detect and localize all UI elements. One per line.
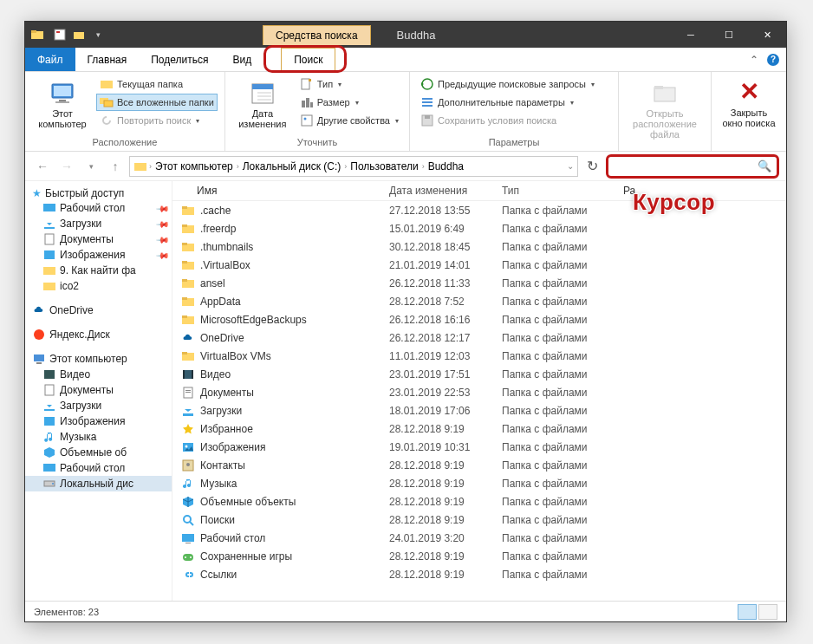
search-input[interactable] (614, 160, 758, 172)
qat-properties[interactable] (51, 26, 68, 43)
col-date-header[interactable]: Дата изменения (389, 185, 502, 197)
svg-rect-2 (55, 29, 65, 40)
svg-rect-42 (45, 385, 54, 395)
file-row[interactable]: Рабочий стол24.01.2019 3:20Папка с файла… (172, 529, 786, 547)
breadcrumb[interactable]: › Этот компьютер› Локальный диск (C:)› П… (129, 156, 578, 177)
tree-item-9[interactable]: 9. Как найти фа (25, 263, 172, 278)
thispc-head[interactable]: Этот компьютер (25, 351, 172, 367)
view-large-button[interactable] (758, 604, 777, 620)
view-details-button[interactable] (738, 604, 757, 620)
group-location-title: Расположение (32, 135, 218, 149)
search-again-button[interactable]: Повторить поиск▾ (96, 112, 218, 129)
recent-button[interactable]: ▾ (81, 156, 101, 177)
tab-view[interactable]: Вид (220, 48, 263, 71)
tree-desk2[interactable]: Рабочий стол (25, 460, 172, 476)
file-row[interactable]: Избранное28.12.2018 9:19Папка с файлами (172, 420, 786, 438)
crumb-1[interactable]: Локальный диск (C:) (241, 160, 343, 172)
tab-search[interactable]: Поиск (281, 48, 335, 72)
tree-3d[interactable]: Объемные об (25, 445, 172, 460)
file-row[interactable]: Объемные объекты28.12.2018 9:19Папка с ф… (172, 492, 786, 511)
yandex-head[interactable]: Яндекс.Диск (25, 327, 172, 342)
file-row[interactable]: Изображения19.01.2019 10:31Папка с файла… (172, 438, 786, 456)
type-button[interactable]: Тип▾ (296, 75, 402, 93)
tree-video[interactable]: Видео (25, 367, 172, 382)
file-date: 26.12.2018 11:33 (389, 277, 502, 289)
file-row[interactable]: Сохраненные игры28.12.2018 9:19Папка с ф… (172, 547, 786, 565)
onedrive-head[interactable]: OneDrive (25, 302, 172, 318)
help-icon[interactable]: ? (767, 54, 779, 66)
file-row[interactable]: .VirtualBox21.01.2019 14:01Папка с файла… (172, 256, 786, 274)
tree-localdisk[interactable]: Локальный дис (25, 476, 172, 491)
crumb-0[interactable]: Этот компьютер (153, 160, 235, 172)
tree-item-ico2[interactable]: ico2 (25, 278, 172, 294)
col-name-header[interactable]: Имя (172, 185, 389, 197)
tree-desktop[interactable]: Рабочий стол📌 (25, 200, 172, 216)
downloads-icon (181, 404, 195, 418)
tab-home[interactable]: Главная (75, 48, 140, 71)
tree-docs2[interactable]: Документы (25, 382, 172, 398)
minimize-button[interactable]: ─ (672, 22, 710, 48)
prev-searches-button[interactable]: Предыдущие поисковые запросы▾ (417, 75, 598, 93)
file-date: 24.01.2019 3:20 (389, 532, 502, 544)
qat-dropdown[interactable]: ▾ (89, 26, 107, 43)
crumb-2[interactable]: Пользователи (348, 160, 420, 172)
current-folder-button[interactable]: Текущая папка (96, 75, 218, 93)
tab-file[interactable]: Файл (25, 48, 75, 71)
file-row[interactable]: Документы23.01.2019 22:53Папка с файлами (172, 383, 786, 401)
close-search-button[interactable]: ✕ Закрыть окно поиска (719, 75, 779, 132)
maximize-button[interactable]: ☐ (710, 22, 748, 48)
qat-new-folder[interactable] (70, 26, 88, 43)
save-search-button[interactable]: Сохранить условия поиска (417, 112, 598, 129)
file-row[interactable]: .freerdp15.01.2019 6:49Папка с файлами (172, 219, 786, 237)
file-date: 28.12.2018 9:19 (389, 569, 502, 581)
all-subfolders-button[interactable]: Все вложенные папки (96, 94, 218, 111)
size-button[interactable]: Размер▾ (296, 94, 402, 111)
svg-point-73 (186, 463, 190, 466)
links-icon (181, 568, 195, 582)
up-button[interactable]: ↑ (105, 156, 126, 177)
file-row[interactable]: Видео23.01.2019 17:51Папка с файлами (172, 365, 786, 383)
col-type-header[interactable]: Тип (502, 185, 623, 197)
folder-open-icon (651, 79, 679, 107)
file-row[interactable]: Ссылки28.12.2018 9:19Папка с файлами (172, 565, 786, 583)
crumb-3[interactable]: Buddha (426, 160, 465, 172)
tree-downloads[interactable]: Загрузки📌 (25, 216, 172, 231)
file-name: .VirtualBox (200, 259, 250, 271)
file-row[interactable]: AppData28.12.2018 7:52Папка с файлами (172, 292, 786, 310)
forward-button[interactable]: → (56, 156, 77, 177)
tree-dl2[interactable]: Загрузки (25, 398, 172, 413)
file-row[interactable]: .cache27.12.2018 13:55Папка с файлами (172, 201, 786, 219)
close-button[interactable]: ✕ (748, 22, 786, 48)
file-row[interactable]: VirtualBox VMs11.01.2019 12:03Папка с фа… (172, 347, 786, 365)
tree-music[interactable]: Музыка (25, 429, 172, 445)
tree-documents[interactable]: Документы📌 (25, 231, 172, 247)
file-row[interactable]: ansel26.12.2018 11:33Папка с файлами (172, 274, 786, 292)
other-props-button[interactable]: Другие свойства▾ (296, 112, 402, 129)
content-body: ★Быстрый доступ Рабочий стол📌 Загрузки📌 … (25, 181, 786, 601)
quick-access-label: Быстрый доступ (45, 187, 124, 199)
open-location-button[interactable]: Открыть расположение файла (626, 75, 704, 143)
date-modified-button[interactable]: Дата изменения (232, 75, 293, 133)
tree-pics2[interactable]: Изображения (25, 413, 172, 429)
file-row[interactable]: OneDrive26.12.2018 12:17Папка с файлами (172, 329, 786, 347)
file-type: Папка с файлами (502, 314, 623, 326)
file-row[interactable]: Поиски28.12.2018 9:19Папка с файлами (172, 511, 786, 529)
svg-point-23 (303, 118, 306, 120)
tree-pictures[interactable]: Изображения📌 (25, 247, 172, 263)
file-row[interactable]: Контакты28.12.2018 9:19Папка с файлами (172, 456, 786, 474)
back-button[interactable]: ← (32, 156, 53, 177)
search-icon[interactable]: 🔍 (758, 159, 771, 172)
svg-rect-65 (192, 370, 193, 379)
file-type: Папка с файлами (502, 514, 623, 526)
tab-share[interactable]: Поделиться (139, 48, 220, 71)
file-row[interactable]: Загрузки18.01.2019 17:06Папка с файлами (172, 401, 786, 420)
advanced-button[interactable]: Дополнительные параметры▾ (417, 94, 598, 111)
this-pc-button[interactable]: Этот компьютер (32, 75, 93, 133)
file-row[interactable]: Музыка28.12.2018 9:19Папка с файлами (172, 474, 786, 492)
chevron-up-icon[interactable]: ⌃ (750, 54, 758, 66)
file-row[interactable]: .thumbnails30.12.2018 18:45Папка с файла… (172, 237, 786, 256)
col-size-header[interactable]: Ра (623, 185, 675, 197)
quick-access-head[interactable]: ★Быстрый доступ (25, 186, 172, 200)
file-row[interactable]: MicrosoftEdgeBackups26.12.2018 16:16Папк… (172, 310, 786, 329)
refresh-button[interactable]: ↻ (582, 156, 602, 177)
